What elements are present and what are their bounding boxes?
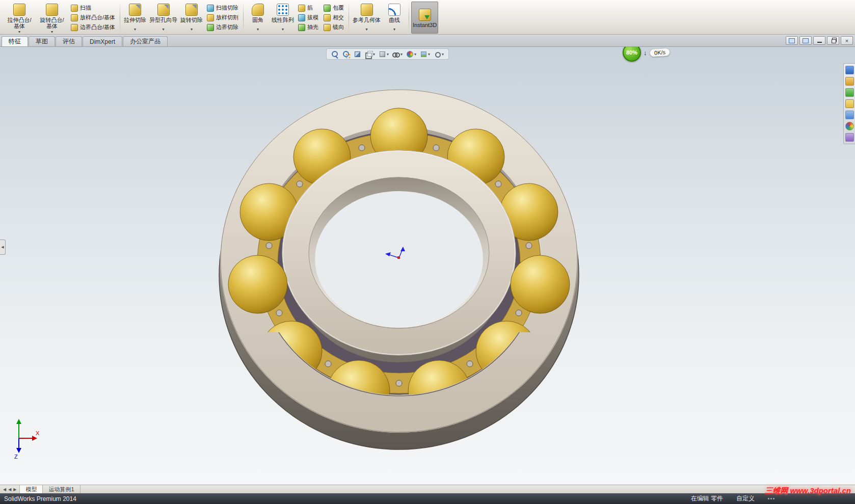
boundary-boss-icon bbox=[71, 24, 78, 31]
tab-features[interactable]: 特征 bbox=[2, 36, 28, 46]
zoom-fit-button[interactable] bbox=[330, 50, 340, 59]
swept-boss-button[interactable]: 扫描 bbox=[69, 4, 117, 13]
hide-show-items-button[interactable]: ▾ bbox=[391, 50, 404, 59]
task-pane-appearances-icon[interactable] bbox=[845, 111, 854, 119]
reference-geometry-icon bbox=[361, 4, 373, 16]
wrap-label: 包覆 bbox=[333, 4, 344, 12]
command-manager-tab-row: 特征 草图 评估 DimXpert 办公室产品 × bbox=[0, 35, 855, 47]
fillet-label: 圆角 bbox=[252, 17, 263, 23]
wrap-button[interactable]: 包覆 bbox=[322, 4, 346, 13]
ribbon-group-reference: 参考几何体 ▾ 曲线 ▾ bbox=[350, 1, 408, 34]
window-close-button[interactable]: × bbox=[841, 36, 853, 45]
bearing-ball[interactable] bbox=[228, 255, 287, 313]
network-percent-badge[interactable]: 80% bbox=[623, 47, 641, 62]
zoom-area-button[interactable] bbox=[341, 50, 351, 59]
apply-scene-button[interactable]: ▾ bbox=[419, 50, 431, 59]
task-pane-file-explorer-icon[interactable] bbox=[845, 88, 854, 97]
shell-label: 抽壳 bbox=[307, 23, 318, 31]
curves-button[interactable]: 曲线 ▾ bbox=[382, 2, 407, 34]
pane-split-icon[interactable] bbox=[799, 36, 812, 45]
display-style-button[interactable]: ▾ bbox=[378, 50, 390, 59]
instant3d-button[interactable]: Instant3D bbox=[411, 2, 438, 34]
wrap-icon bbox=[324, 5, 331, 12]
boundary-boss-button[interactable]: 边界凸台/基体 bbox=[69, 23, 117, 32]
revolved-cut-button[interactable]: 旋转切除 ▾ bbox=[179, 2, 204, 34]
model-tabs-scroll-left-icon[interactable]: ◀ bbox=[8, 487, 11, 492]
extruded-cut-button[interactable]: 拉伸切除 ▾ bbox=[122, 2, 148, 34]
model-tabs-scroll-right-icon[interactable]: ▶ bbox=[13, 487, 16, 492]
model-tab[interactable]: 模型 bbox=[20, 485, 43, 493]
rib-button[interactable]: 筋 bbox=[296, 4, 320, 13]
tab-evaluate[interactable]: 评估 bbox=[56, 36, 82, 46]
motion-study-tab-label: 运动算例1 bbox=[48, 486, 74, 493]
pane-toggle-icon[interactable] bbox=[786, 36, 798, 45]
shell-icon bbox=[298, 24, 305, 31]
window-minimize-button[interactable] bbox=[813, 36, 825, 45]
revolved-boss-icon bbox=[46, 4, 58, 16]
lofted-boss-button[interactable]: 放样凸台/基体 bbox=[69, 13, 117, 22]
hole-wizard-button[interactable]: 异型孔向导 ▾ bbox=[148, 2, 179, 34]
graphics-viewport[interactable]: X Z ▾ ▾ ▾ ▾ ▾ ▾ ◀ 80% ↓ 0K/s bbox=[0, 47, 855, 485]
section-view-button[interactable] bbox=[353, 50, 362, 59]
shell-button[interactable]: 抽壳 bbox=[296, 23, 320, 32]
extruded-boss-label: 拉伸凸台/基体 bbox=[5, 17, 34, 29]
task-pane-design-library-icon[interactable] bbox=[845, 77, 854, 86]
ribbon-group-instant3d: Instant3D bbox=[410, 1, 439, 34]
download-arrow-icon: ↓ bbox=[644, 49, 647, 57]
curves-label: 曲线 bbox=[389, 17, 400, 23]
lofted-boss-label: 放样凸台/基体 bbox=[80, 14, 115, 21]
display-style-icon bbox=[379, 50, 386, 58]
swept-cut-icon bbox=[207, 5, 214, 12]
fillet-button[interactable]: 圆角 ▾ bbox=[246, 2, 270, 34]
network-speed-label: 0K/s bbox=[649, 48, 670, 58]
tab-sketch[interactable]: 草图 bbox=[29, 36, 55, 46]
customize-label[interactable]: 自定义 bbox=[736, 494, 755, 503]
feature-manager-collapse-handle[interactable]: ◀ bbox=[0, 240, 6, 255]
dropdown-caret-icon: ▾ bbox=[282, 26, 284, 33]
boundary-cut-icon bbox=[207, 24, 214, 31]
intersect-button[interactable]: 相交 bbox=[322, 13, 346, 22]
extruded-boss-button[interactable]: 拉伸凸台/基体 ▾ bbox=[3, 2, 36, 34]
network-overlay: 80% ↓ 0K/s bbox=[623, 47, 670, 62]
boundary-cut-button[interactable]: 边界切除 bbox=[205, 23, 241, 32]
dropdown-caret-icon: ▾ bbox=[134, 26, 136, 33]
status-bar: SolidWorks Premium 2014 在编辑 零件 自定义 bbox=[0, 493, 855, 504]
mirror-button[interactable]: 镜向 bbox=[322, 23, 346, 32]
swept-cut-button[interactable]: 扫描切除 bbox=[205, 4, 241, 13]
cage-rivet bbox=[467, 361, 473, 367]
zoom-area-icon bbox=[342, 50, 350, 58]
tab-office-products[interactable]: 办公室产品 bbox=[123, 36, 168, 46]
boss-small-stack: 扫描 放样凸台/基体 边界凸台/基体 bbox=[69, 2, 117, 34]
edit-appearance-button[interactable]: ▾ bbox=[405, 50, 417, 59]
view-orientation-button[interactable]: ▾ bbox=[364, 50, 376, 59]
dropdown-caret-icon: ▾ bbox=[428, 52, 430, 57]
pattern-small-stack-1: 筋 拔模 抽壳 bbox=[296, 2, 320, 34]
revolved-cut-icon bbox=[185, 4, 198, 16]
task-pane-resources-icon[interactable] bbox=[845, 66, 854, 74]
revolved-boss-button[interactable]: 旋转凸台/基体 ▾ bbox=[36, 2, 68, 34]
view-settings-icon bbox=[434, 50, 441, 58]
task-pane-scenes-icon[interactable] bbox=[845, 122, 854, 130]
window-restore-button[interactable] bbox=[827, 36, 839, 45]
instant3d-label: Instant3D bbox=[413, 22, 437, 28]
swept-cut-label: 扫描切除 bbox=[216, 4, 238, 12]
view-settings-button[interactable]: ▾ bbox=[433, 50, 445, 59]
mirror-icon bbox=[324, 24, 331, 31]
bearing-ball[interactable] bbox=[511, 255, 570, 313]
triad-z-label: Z bbox=[14, 454, 18, 460]
motion-study-tab[interactable]: 运动算例1 bbox=[43, 485, 80, 493]
task-pane-view-palette-icon[interactable] bbox=[845, 99, 854, 108]
tab-dimxpert[interactable]: DimXpert bbox=[83, 36, 122, 46]
model-tabs-scroll-start-icon[interactable]: ◀ bbox=[3, 487, 6, 492]
lofted-cut-button[interactable]: 放样切割 bbox=[205, 13, 241, 22]
dropdown-caret-icon: ▾ bbox=[442, 52, 444, 57]
draft-icon bbox=[298, 14, 305, 21]
task-pane-custom-properties-icon[interactable] bbox=[845, 133, 854, 142]
linear-pattern-button[interactable]: 线性阵列 ▾ bbox=[270, 2, 296, 34]
reference-geometry-button[interactable]: 参考几何体 ▾ bbox=[351, 2, 382, 34]
draft-button[interactable]: 拔模 bbox=[296, 13, 320, 22]
lofted-cut-icon bbox=[207, 14, 214, 21]
bearing-model-scene[interactable]: X Z bbox=[0, 47, 855, 485]
curves-icon bbox=[388, 4, 400, 16]
apply-scene-icon bbox=[420, 50, 428, 58]
